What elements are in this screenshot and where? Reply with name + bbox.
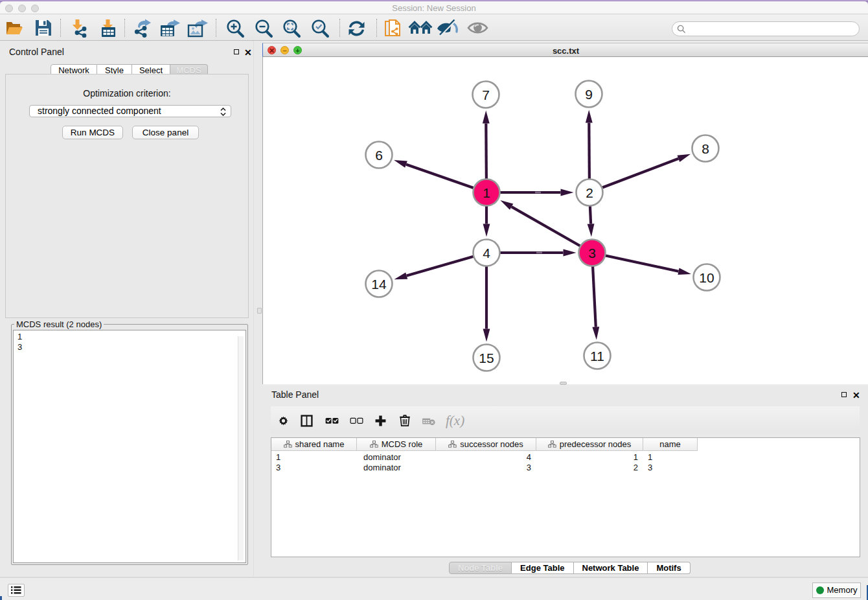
svg-text:4: 4 xyxy=(483,246,490,260)
svg-text:3: 3 xyxy=(588,246,596,260)
svg-text:1: 1 xyxy=(483,185,490,200)
svg-text:2: 2 xyxy=(586,185,593,200)
svg-text:7: 7 xyxy=(482,87,490,102)
svg-text:10: 10 xyxy=(699,270,714,285)
svg-text:11: 11 xyxy=(590,349,604,363)
svg-text:8: 8 xyxy=(702,141,709,156)
svg-text:14: 14 xyxy=(371,277,387,292)
svg-text:9: 9 xyxy=(585,87,593,102)
svg-text:15: 15 xyxy=(479,351,494,365)
svg-text:6: 6 xyxy=(375,148,383,163)
